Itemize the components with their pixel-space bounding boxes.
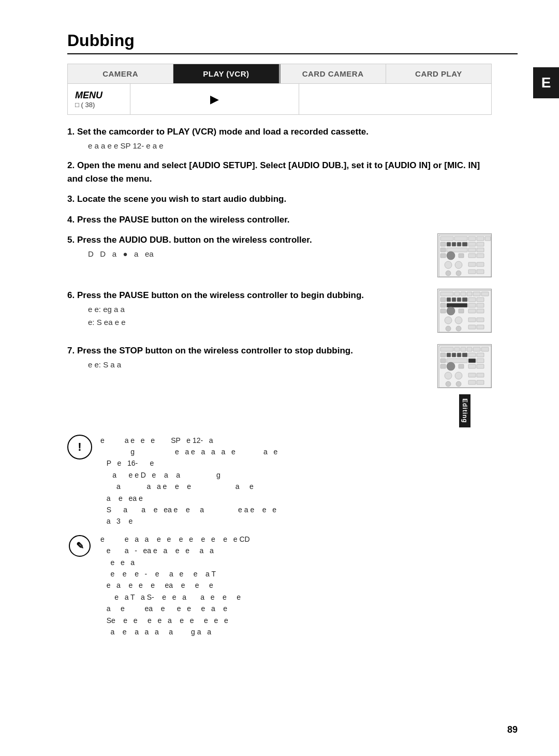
svg-rect-25 [477,262,484,266]
step-7-text: 7. Press the STOP button on the wireless… [67,346,353,355]
svg-rect-38 [447,298,451,302]
svg-point-49 [447,307,455,315]
note-line-4: e e e - e a e e a T [100,568,492,580]
svg-rect-82 [468,364,476,368]
svg-rect-10 [462,242,467,246]
svg-rect-7 [447,242,451,246]
svg-rect-44 [440,303,446,307]
svg-rect-21 [477,254,484,258]
step-5-text-area: 5. Press the AUDIO DUB. button on the wi… [67,233,427,267]
svg-rect-90 [468,380,476,384]
svg-rect-9 [457,242,461,246]
step-4-bold: Press the PAUSE button on the wireless c… [77,215,290,225]
svg-rect-70 [452,353,456,357]
warning-line-5: a a a e e e a e [100,481,492,492]
note-line-2: e a - ea e a e e a a [100,545,492,556]
tab-card-camera[interactable]: CARD CAMERA [281,64,386,83]
svg-rect-16 [477,248,484,252]
svg-rect-59 [468,325,476,329]
step-7-container: 7. Press the STOP button on the wireless… [67,344,492,427]
note-line-3: e e a [100,557,492,568]
svg-rect-28 [468,270,476,274]
step-5: 5. Press the AUDIO DUB. button on the wi… [67,233,427,260]
svg-rect-31 [440,292,453,296]
svg-rect-14 [447,248,467,252]
svg-rect-73 [468,353,476,357]
svg-rect-15 [468,248,476,252]
step-5-container: 5. Press the AUDIO DUB. button on the wi… [67,233,492,281]
svg-rect-6 [440,242,446,246]
warning-line-4: a e e D e a a g [100,469,492,481]
note-line-1: e e a a e e e e e e e e CD [100,533,492,545]
svg-rect-81 [459,364,464,368]
step-7: 7. Press the STOP button on the wireless… [67,344,427,370]
svg-rect-42 [468,298,476,302]
svg-rect-87 [477,373,484,377]
note-line-8: Se e e e e a e e e e e [100,615,492,626]
step-2: 2. Open the menu and select [AUDIO SETUP… [67,159,492,185]
tab-card-play[interactable]: CARD PLAY [386,64,491,83]
svg-text:✎: ✎ [76,541,84,551]
svg-point-26 [446,271,451,276]
step-1-number: 1. [67,127,75,137]
svg-rect-55 [468,318,476,322]
svg-point-54 [455,317,462,324]
tab-play-vcr[interactable]: PLAY (VCR) [173,64,279,83]
svg-rect-67 [481,347,489,351]
menu-ref: □ ( 38) [75,101,123,109]
step-4-number: 4. [67,215,75,225]
svg-rect-2 [454,236,467,241]
step-2-text: 2. Open the menu and select [AUDIO SETUP… [67,160,480,184]
step-5-text: 5. Press the AUDIO DUB. button on the wi… [67,235,312,245]
remote-svg-1 [438,234,492,277]
svg-point-22 [445,261,452,269]
svg-rect-86 [468,373,476,377]
svg-rect-71 [457,353,461,357]
svg-rect-40 [457,298,461,302]
svg-rect-5 [485,236,491,241]
step-6-container: 6. Press the PAUSE button on the wireles… [67,289,492,337]
note-text: e e a a e e e e e e e e CD e a - ea e a … [100,533,492,638]
svg-rect-48 [440,309,446,313]
svg-rect-64 [461,347,466,351]
svg-point-18 [447,251,455,260]
remote-diagram-2 [437,289,492,337]
warning-text: e a e e e SP e 12- a g e a e a a a e a e… [100,435,492,527]
svg-rect-11 [468,242,476,246]
svg-rect-13 [440,248,446,252]
warning-section: ! e a e e e SP e 12- a g e a e a a a e a… [67,435,492,527]
remote-box-3 [437,344,492,388]
svg-point-27 [456,271,461,276]
menu-right-area [299,84,491,114]
menu-ref-number: ( 38) [81,101,95,109]
svg-rect-29 [477,270,484,274]
svg-rect-43 [477,298,484,302]
step-5-number: 5. [67,235,75,245]
remote-3-wrapper: Editing [437,344,492,427]
svg-rect-12 [477,242,484,246]
tab-camera[interactable]: CAMERA [68,64,173,83]
step-5-sub: D D a ● a ea [88,248,427,260]
svg-rect-50 [459,309,464,313]
note-icon: ✎ [67,533,92,558]
svg-rect-69 [447,353,451,357]
menu-arrow-area: ▶ [130,84,299,114]
svg-rect-76 [447,359,467,363]
svg-point-85 [455,372,462,379]
svg-rect-46 [468,303,476,307]
step-7-text-area: 7. Press the STOP button on the wireless… [67,344,427,378]
remote-box-1 [437,233,492,277]
svg-rect-75 [440,359,446,363]
step-7-bold: Press the STOP button on the wireless co… [77,346,353,355]
note-svg-icon: ✎ [68,535,91,557]
page-number: 89 [507,724,518,735]
menu-arrow-icon: ▶ [210,93,219,106]
step-6-sub1: e e: eg a a [88,304,427,316]
svg-rect-72 [462,353,467,357]
note-line-7: a e ea e e e e a e [100,603,492,614]
warning-line-1: e a e e e SP e 12- a [100,435,492,446]
warning-line-3: P e 16- e [100,457,492,469]
svg-rect-77 [468,359,476,363]
warning-symbol: ! [78,440,81,454]
step-6-text-area: 6. Press the PAUSE button on the wireles… [67,289,427,336]
